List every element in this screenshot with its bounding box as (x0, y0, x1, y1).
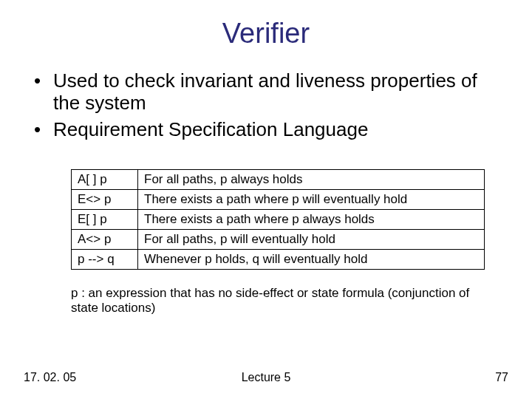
operators-table: A[ ] p For all paths, p always holds E<>… (71, 169, 485, 270)
table-row: A[ ] p For all paths, p always holds (72, 169, 485, 189)
operator-cell: E<> p (72, 189, 138, 209)
description-cell: For all paths, p will eventually hold (138, 229, 485, 249)
table-row: E<> p There exists a path where p will e… (72, 189, 485, 209)
table-row: E[ ] p There exists a path where p alway… (72, 209, 485, 229)
bullet-list: Used to check invariant and liveness pro… (34, 70, 502, 141)
slide-title: Verifier (30, 18, 502, 50)
table-row: A<> p For all paths, p will eventually h… (72, 229, 485, 249)
description-cell: There exists a path where p always holds (138, 209, 485, 229)
slide: Verifier Used to check invariant and liv… (0, 0, 532, 399)
footer-lecture: Lecture 5 (0, 371, 532, 384)
operator-cell: p --> q (72, 249, 138, 269)
description-cell: There exists a path where p will eventua… (138, 189, 485, 209)
description-cell: For all paths, p always holds (138, 169, 485, 189)
operator-cell: A<> p (72, 229, 138, 249)
footer-page: 77 (495, 371, 508, 384)
operator-cell: E[ ] p (72, 209, 138, 229)
bullet-item: Used to check invariant and liveness pro… (34, 70, 502, 115)
table-row: p --> q Whenever p holds, q will eventua… (72, 249, 485, 269)
operators-table-wrap: A[ ] p For all paths, p always holds E<>… (71, 169, 485, 270)
operator-cell: A[ ] p (72, 169, 138, 189)
bullet-item: Requirement Specification Language (34, 119, 502, 141)
note-text: p : an expression that has no side-effec… (71, 286, 485, 316)
description-cell: Whenever p holds, q will eventually hold (138, 249, 485, 269)
footer: 17. 02. 05 Lecture 5 77 (0, 369, 532, 384)
